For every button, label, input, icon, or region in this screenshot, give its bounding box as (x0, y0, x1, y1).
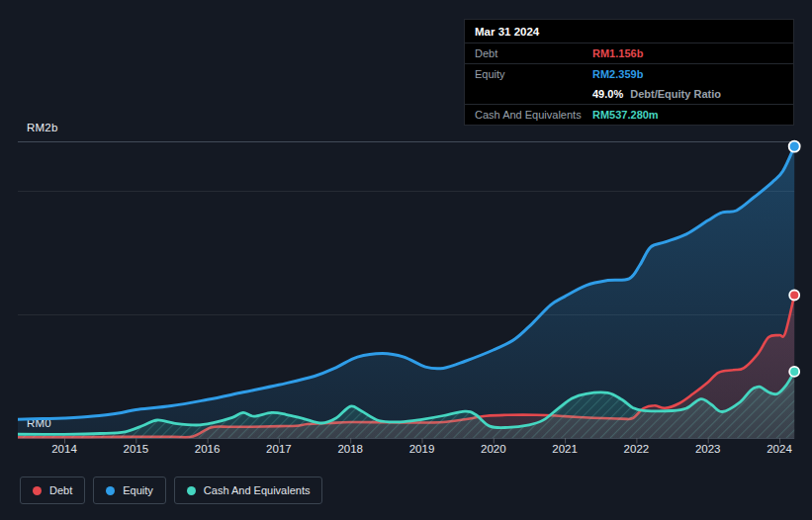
tooltip-ratio-percent: 49.0% (592, 88, 623, 100)
x-axis-label-2016: 2016 (186, 443, 229, 455)
cash-and-equivalents-endpoint-dot[interactable] (789, 367, 799, 377)
tooltip-debt-value: RM1.156b (592, 47, 643, 59)
x-axis-label-2018: 2018 (328, 443, 372, 455)
x-axis-label-2022: 2022 (614, 443, 658, 455)
tooltip-cash-label: Cash And Equivalents (475, 109, 592, 121)
x-axis-label-2024: 2024 (758, 443, 801, 455)
plot-area (18, 146, 794, 438)
tooltip-row-equity: Equity RM2.359b (465, 64, 793, 84)
x-axis-label-2021: 2021 (543, 443, 586, 455)
tooltip-equity-label: Equity (475, 68, 592, 80)
legend: Debt Equity Cash And Equivalents (20, 477, 322, 504)
equity-endpoint-dot[interactable] (789, 141, 800, 152)
tooltip-ratio-value: 49.0% Debt/Equity Ratio (592, 88, 721, 100)
debt-equity-history-chart: RM2b RM0 2014201520162017201820192020202… (0, 0, 812, 520)
legend-label-equity: Equity (123, 484, 153, 496)
legend-item-equity[interactable]: Equity (93, 477, 166, 504)
x-axis-label-2014: 2014 (43, 443, 86, 455)
tooltip-ratio-caption: Debt/Equity Ratio (630, 88, 721, 100)
debt-series-dot-icon (33, 486, 42, 495)
debt-endpoint-dot[interactable] (789, 291, 799, 301)
x-axis-label-2019: 2019 (401, 443, 444, 455)
tooltip-row-ratio: 49.0% Debt/Equity Ratio (465, 84, 793, 105)
x-axis-label-2015: 2015 (114, 443, 157, 455)
tooltip-row-cash: Cash And Equivalents RM537.280m (465, 105, 793, 125)
tooltip-date: Mar 31 2024 (465, 20, 793, 43)
tooltip-equity-value: RM2.359b (592, 68, 643, 80)
tooltip-cash-value: RM537.280m (592, 109, 659, 121)
x-axis-label-2017: 2017 (257, 443, 301, 455)
legend-label-cash: Cash And Equivalents (204, 484, 311, 496)
legend-item-cash[interactable]: Cash And Equivalents (174, 477, 323, 504)
equity-series-dot-icon (106, 486, 115, 495)
equity-area (18, 146, 794, 438)
cash-series-dot-icon (187, 486, 196, 495)
tooltip: Mar 31 2024 Debt RM1.156b Equity RM2.359… (464, 19, 794, 126)
x-axis-label-2023: 2023 (686, 443, 730, 455)
x-axis-label-2020: 2020 (472, 443, 515, 455)
tooltip-debt-label: Debt (475, 47, 592, 59)
tooltip-row-debt: Debt RM1.156b (465, 43, 793, 64)
legend-label-debt: Debt (49, 484, 72, 496)
legend-item-debt[interactable]: Debt (20, 477, 85, 504)
